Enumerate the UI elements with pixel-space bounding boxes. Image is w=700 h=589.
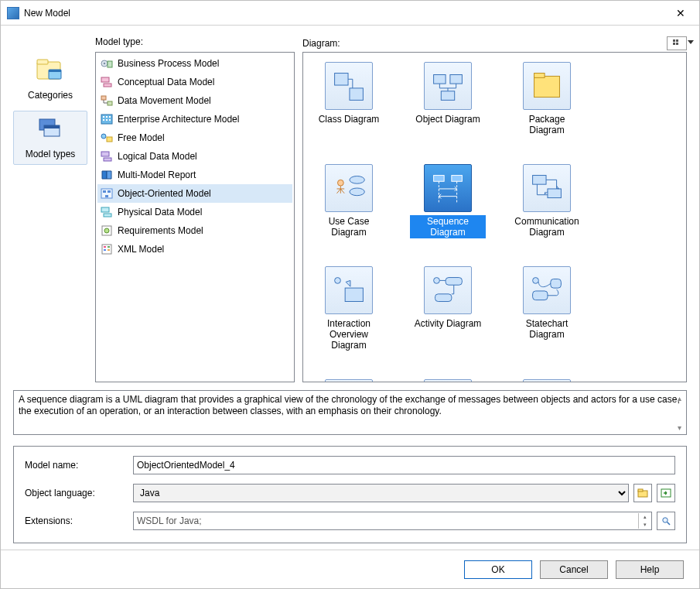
diagram-item[interactable]: Use Case Diagram (311, 164, 387, 238)
svg-rect-37 (108, 249, 110, 251)
svg-point-32 (104, 228, 109, 233)
svg-rect-26 (103, 190, 106, 193)
model-type-item[interactable]: Multi-Model Report (97, 166, 292, 184)
model-type-item[interactable]: Business Process Model (97, 54, 292, 73)
svg-rect-42 (441, 91, 454, 101)
svg-rect-40 (434, 74, 446, 84)
help-button[interactable]: Help (616, 560, 684, 579)
svg-rect-27 (108, 190, 111, 193)
svg-rect-33 (102, 245, 111, 254)
svg-rect-50 (533, 176, 546, 185)
left-nav: Categories Model types (13, 36, 87, 382)
svg-point-8 (104, 63, 106, 65)
view-toggle[interactable] (667, 36, 687, 50)
svg-rect-56 (435, 294, 452, 302)
diagram-icon (523, 379, 571, 382)
app-icon (7, 7, 19, 19)
scroll-down[interactable]: ▾ (674, 422, 685, 433)
nav-categories[interactable]: Categories (13, 52, 87, 106)
svg-rect-18 (103, 119, 104, 121)
diagram-icon (424, 266, 472, 314)
diagram-item[interactable]: Activity Diagram (410, 266, 486, 351)
model-name-input[interactable] (133, 456, 675, 474)
svg-rect-10 (101, 77, 109, 82)
pink-model-icon (100, 76, 114, 88)
req-doc-icon (100, 224, 114, 237)
diagram-item[interactable]: Interaction Overview Diagram (311, 266, 387, 351)
svg-rect-11 (104, 84, 111, 87)
model-type-item[interactable]: Object-Oriented Model (97, 184, 292, 203)
diagram-icon (325, 164, 373, 212)
svg-rect-24 (104, 158, 111, 161)
model-type-item[interactable]: Data Movement Model (97, 91, 292, 110)
svg-rect-44 (534, 74, 545, 78)
cancel-button[interactable]: Cancel (540, 560, 608, 579)
svg-point-21 (101, 134, 106, 139)
description-text: A sequence diagram is a UML diagram that… (19, 394, 680, 416)
svg-rect-13 (108, 101, 112, 105)
close-button[interactable]: ✕ (664, 2, 698, 25)
svg-rect-36 (104, 249, 106, 251)
scroll-up[interactable]: ▴ (674, 392, 685, 403)
model-type-item[interactable]: Requirements Model (97, 221, 292, 240)
grid-icon (673, 39, 681, 47)
svg-line-76 (668, 522, 671, 526)
diagram-label: Communication Diagram (509, 215, 585, 238)
svg-rect-35 (108, 246, 110, 248)
svg-rect-1 (37, 60, 48, 64)
model-type-item[interactable]: Enterprise Architecture Model (97, 110, 292, 128)
svg-rect-49 (452, 176, 463, 182)
spin-up[interactable]: ▴ (638, 513, 650, 521)
svg-rect-51 (548, 189, 561, 198)
model-type-item[interactable]: Logical Data Model (97, 147, 292, 166)
object-language-select[interactable]: Java (133, 484, 629, 502)
diagram-item[interactable]: Composite Structure Diagram (410, 379, 486, 382)
building-icon (100, 113, 114, 125)
diagram-item[interactable]: Statechart Diagram (509, 266, 585, 351)
book-icon (100, 169, 114, 181)
diagram-item[interactable]: Package Diagram (509, 62, 585, 136)
diagram-icon (325, 379, 373, 382)
svg-rect-53 (345, 288, 363, 301)
svg-rect-55 (446, 278, 462, 286)
diagram-item[interactable]: Component Diagram (311, 379, 387, 382)
model-type-item[interactable]: Physical Data Model (97, 203, 292, 221)
button-bar: OK Cancel Help (1, 550, 699, 588)
svg-rect-29 (101, 207, 109, 212)
model-type-item[interactable]: Free Model (97, 128, 292, 147)
model-type-item[interactable]: Conceptual Data Model (97, 73, 292, 91)
svg-point-45 (337, 180, 343, 186)
nav-model-types[interactable]: Model types (13, 111, 87, 165)
embed-toggle-button[interactable] (657, 484, 675, 502)
spin-down[interactable]: ▾ (638, 521, 650, 529)
model-type-label: Model type: (95, 36, 295, 50)
extensions-field[interactable]: WSDL for Java; ▴ ▾ (133, 512, 652, 530)
svg-rect-19 (106, 119, 108, 121)
model-types-list[interactable]: Business Process ModelConceptual Data Mo… (95, 52, 295, 382)
diagram-item[interactable]: Deployment Diagram (509, 379, 585, 382)
ok-button[interactable]: OK (464, 560, 532, 579)
model-type-item[interactable]: XML Model (97, 240, 292, 259)
diagram-item[interactable]: Class Diagram (311, 62, 387, 136)
purple-model-icon (100, 150, 114, 163)
arrow-right-icon (661, 488, 671, 498)
svg-rect-6 (44, 125, 60, 128)
model-name-label: Model name: (25, 460, 133, 471)
extensions-browse-button[interactable] (657, 512, 675, 530)
shapes-icon (100, 132, 114, 144)
model-type-label: Business Process Model (118, 58, 219, 69)
browse-folder-button[interactable] (633, 484, 652, 502)
diagram-label: Diagram: (302, 38, 340, 49)
diagram-item[interactable]: Object Diagram (410, 62, 486, 136)
diagram-item[interactable]: Sequence Diagram (410, 164, 486, 238)
diagram-label: Sequence Diagram (410, 215, 486, 238)
svg-rect-22 (107, 137, 112, 142)
diagram-label: Use Case Diagram (311, 215, 387, 238)
svg-rect-12 (101, 96, 106, 100)
svg-rect-23 (101, 152, 109, 156)
svg-rect-15 (103, 116, 104, 118)
description-box: A sequence diagram is a UML diagram that… (13, 390, 687, 435)
object-language-label: Object language: (25, 488, 133, 498)
diagram-item[interactable]: Communication Diagram (509, 164, 585, 238)
flow-arrows-icon (100, 94, 114, 107)
